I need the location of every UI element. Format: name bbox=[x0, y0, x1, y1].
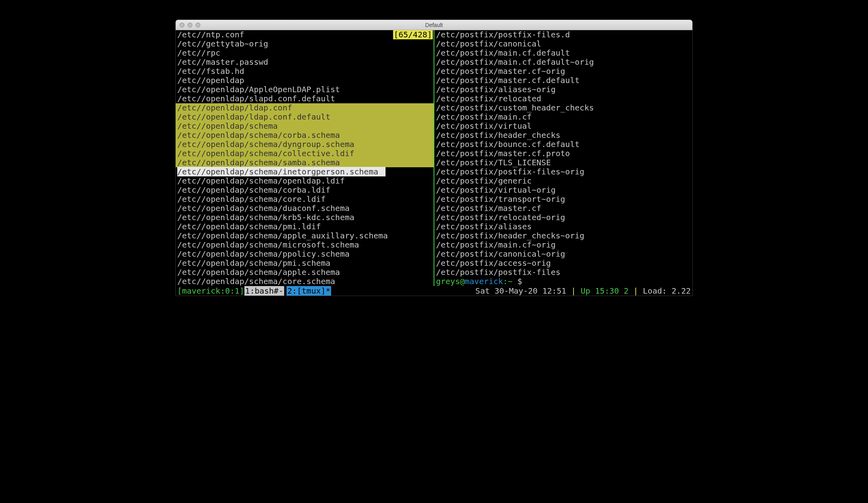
terminal-window: Default /etc//ntp.conf [65/428] /etc//ge… bbox=[176, 20, 692, 296]
cursor-line: /etc//openldap/schema/inetorgperson.sche… bbox=[176, 167, 434, 176]
list-item: /etc/postfix/virtual bbox=[434, 122, 692, 131]
zoom-icon[interactable] bbox=[196, 23, 200, 27]
session-bracket: [ bbox=[177, 286, 182, 296]
status-left: [maverick:0:1]1:bash#-2:[tmux]* bbox=[177, 286, 331, 296]
prompt-user: greys bbox=[436, 277, 460, 286]
list-item: /etc//fstab.hd bbox=[176, 67, 434, 76]
list-item: /etc//openldap/schema/samba.schema bbox=[176, 158, 434, 167]
list-item: /etc/postfix/access~orig bbox=[434, 259, 692, 268]
match-counter: [65/428] bbox=[393, 30, 433, 39]
status-right: Sat 30-May-20 12:51 | Up 15:30 2 | Load:… bbox=[475, 286, 691, 296]
list-item: /etc//openldap/schema/krb5-kdc.schema bbox=[176, 213, 434, 222]
prompt-dollar: $ bbox=[517, 277, 522, 286]
list-item: /etc/postfix/master.cf.proto bbox=[434, 149, 692, 158]
list-item: /etc//openldap/schema/dyngroup.schema bbox=[176, 140, 434, 149]
list-item: /etc//master.passwd bbox=[176, 58, 434, 67]
list-item: /etc//ntp.conf [65/428] bbox=[176, 30, 434, 39]
load-value: 2.22 bbox=[672, 286, 691, 296]
prompt-at: @ bbox=[460, 277, 465, 286]
list-item: /etc//openldap/schema/core.ldif bbox=[176, 195, 434, 204]
list-item: /etc//openldap/schema/collective.ldif bbox=[176, 149, 434, 158]
list-item: /etc//openldap/slapd.conf.default bbox=[176, 94, 434, 103]
list-item: /etc/postfix/relocated~orig bbox=[434, 213, 692, 222]
list-item: /etc/postfix/transport~orig bbox=[434, 195, 692, 204]
list-item: /etc/postfix/TLS_LICENSE bbox=[434, 158, 692, 167]
list-item: /etc//openldap/ldap.conf bbox=[176, 103, 434, 112]
shell-prompt[interactable]: greys@maverick:~ $ bbox=[434, 277, 692, 286]
file-path: /etc//ntp.conf bbox=[177, 30, 244, 39]
list-item: /etc//openldap bbox=[176, 76, 434, 85]
list-item: /etc//openldap/schema/openldap.ldif bbox=[176, 176, 434, 186]
separator-icon: | bbox=[571, 286, 581, 296]
list-item: /etc//openldap/ldap.conf.default bbox=[176, 112, 434, 122]
uptime-label: Up bbox=[581, 286, 595, 296]
list-item: /etc/postfix/main.cf bbox=[434, 112, 692, 122]
list-item: /etc/postfix/postfix-files.d bbox=[434, 30, 692, 39]
tmux-panes: /etc//ntp.conf [65/428] /etc//gettytab~o… bbox=[176, 30, 692, 286]
list-item: /etc/postfix/header_checks~orig bbox=[434, 231, 692, 240]
tmux-window-2[interactable]: 2:[tmux]* bbox=[287, 286, 331, 296]
list-item: /etc/postfix/aliases bbox=[434, 222, 692, 231]
list-item: /etc//openldap/schema/apple.schema bbox=[176, 268, 434, 277]
list-item: /etc/postfix/master.cf bbox=[434, 204, 692, 213]
list-item: /etc/postfix/bounce.cf.default bbox=[434, 140, 692, 149]
list-item: /etc/postfix/postfix-files~orig bbox=[434, 167, 692, 176]
list-item: /etc/postfix/main.cf.default~orig bbox=[434, 58, 692, 67]
list-item: /etc/postfix/custom_header_checks bbox=[434, 103, 692, 112]
list-item: /etc//gettytab~orig bbox=[176, 39, 434, 48]
minimize-icon[interactable] bbox=[188, 23, 192, 27]
list-item: /etc//openldap/schema/ppolicy.schema bbox=[176, 250, 434, 259]
list-item: /etc//openldap/schema/corba.ldif bbox=[176, 186, 434, 195]
list-item: /etc/postfix/canonical~orig bbox=[434, 250, 692, 259]
selection-block: /etc//openldap/ldap.conf/etc//openldap/l… bbox=[176, 103, 434, 167]
traffic-lights bbox=[176, 23, 200, 27]
load-label: Load: bbox=[643, 286, 672, 296]
file-path: /etc//openldap/schema/inetorgperson.sche… bbox=[177, 167, 386, 176]
right-pane[interactable]: /etc/postfix/postfix-files.d/etc/postfix… bbox=[434, 30, 692, 286]
session-bracket: ] bbox=[240, 286, 244, 296]
list-item: /etc//openldap/schema/pmi.ldif bbox=[176, 222, 434, 231]
list-item: /etc//openldap/schema/microsoft.schema bbox=[176, 240, 434, 250]
prompt-path: :~ bbox=[503, 277, 517, 286]
tmux-window-1[interactable]: 1:bash#- bbox=[244, 286, 284, 296]
list-item: /etc/postfix/main.cf.default bbox=[434, 48, 692, 58]
prompt-host: maverick bbox=[465, 277, 503, 286]
window-title: Default bbox=[176, 22, 692, 28]
list-item: /etc/postfix/generic bbox=[434, 176, 692, 186]
list-item: /etc/postfix/virtual~orig bbox=[434, 186, 692, 195]
list-item: /etc/postfix/postfix-files bbox=[434, 268, 692, 277]
separator-icon: | bbox=[633, 286, 643, 296]
list-item: /etc//rpc bbox=[176, 48, 434, 58]
list-item: /etc//openldap/AppleOpenLDAP.plist bbox=[176, 85, 434, 94]
tmux-statusbar: [maverick:0:1]1:bash#-2:[tmux]* Sat 30-M… bbox=[176, 286, 692, 296]
list-item: /etc/postfix/relocated bbox=[434, 94, 692, 103]
session-name: maverick:0:1 bbox=[182, 286, 240, 296]
list-item: /etc/postfix/header_checks bbox=[434, 131, 692, 140]
list-item: /etc//openldap/schema/corba.schema bbox=[176, 131, 434, 140]
list-item: /etc//openldap/schema/pmi.schema bbox=[176, 259, 434, 268]
list-item: /etc/postfix/master.cf~orig bbox=[434, 67, 692, 76]
list-item: /etc/postfix/main.cf~orig bbox=[434, 240, 692, 250]
list-item: /etc//openldap/schema/apple_auxillary.sc… bbox=[176, 231, 434, 240]
list-item: /etc/postfix/canonical bbox=[434, 39, 692, 48]
list-item: /etc//openldap/schema/core.schema bbox=[176, 277, 434, 286]
uptime-value: 15:30 2 bbox=[595, 286, 628, 296]
list-item: /etc//openldap/schema/duaconf.schema bbox=[176, 204, 434, 213]
left-pane[interactable]: /etc//ntp.conf [65/428] /etc//gettytab~o… bbox=[176, 30, 434, 286]
terminal-body[interactable]: /etc//ntp.conf [65/428] /etc//gettytab~o… bbox=[176, 30, 692, 296]
list-item: /etc/postfix/master.cf.default bbox=[434, 76, 692, 85]
window-titlebar[interactable]: Default bbox=[176, 20, 692, 30]
list-item: /etc/postfix/aliases~orig bbox=[434, 85, 692, 94]
list-item: /etc//openldap/schema bbox=[176, 122, 434, 131]
close-icon[interactable] bbox=[180, 23, 184, 27]
status-datetime: Sat 30-May-20 12:51 bbox=[475, 286, 566, 296]
